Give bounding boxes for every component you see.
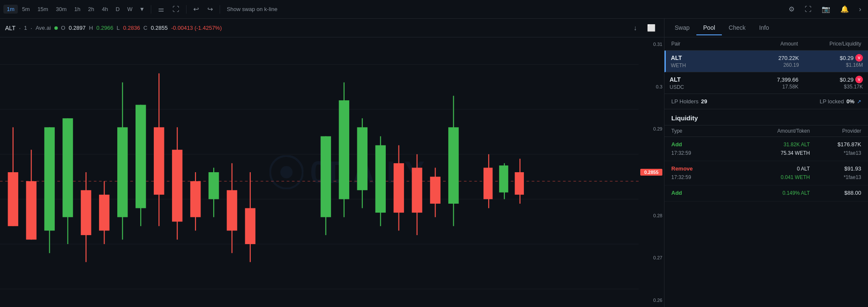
tf-btn-d[interactable]: D — [112, 5, 123, 14]
liq-row-1[interactable]: Remove 0 ALT $91.93 17:32:59 0.041 WETH … — [664, 161, 868, 185]
undo-icon[interactable]: ↩ — [190, 3, 202, 15]
indicator-icon[interactable]: ⚌ — [155, 3, 167, 15]
liquidity-table-header: Type Amount/Token Provider — [664, 125, 868, 137]
external-link-icon[interactable]: ↗ — [857, 99, 861, 105]
svg-rect-46 — [393, 163, 404, 213]
sep2 — [186, 5, 187, 14]
ohlc-c-label: C — [144, 25, 147, 31]
pool-price-1: $0.29 V — [798, 76, 863, 83]
pool-amount-1: 7,399.66 — [734, 77, 799, 83]
tab-check[interactable]: Check — [722, 21, 752, 35]
liq-row-0-line1: Add 31.82K ALT $176.87K — [671, 140, 861, 149]
timeframe-dropdown[interactable]: ▼ — [137, 5, 147, 14]
current-price-label: 0.2855 — [640, 169, 662, 176]
price-level-028: 0.28 — [640, 213, 662, 218]
tf-btn-4h[interactable]: 4h — [99, 5, 111, 14]
lp-locked-item: LP locked 0% ↗ — [820, 98, 861, 105]
symbol-dot: · — [19, 25, 21, 31]
liq-total-0: $176.87K — [810, 140, 861, 149]
tf-btn-w[interactable]: W — [124, 5, 136, 14]
svg-rect-58 — [515, 172, 524, 195]
liq-amount-2-1: 0.149% ALT — [733, 189, 810, 197]
liq-row-1-line2: 17:32:59 0.041 WETH *1fae13 — [671, 173, 861, 182]
notification-icon[interactable]: 🔔 — [837, 3, 852, 15]
screenshot-icon[interactable]: 📷 — [818, 3, 834, 15]
show-swap-label: Show swap on k-line — [223, 6, 281, 12]
download-icon[interactable]: ↓ — [630, 23, 640, 34]
pool-liq-1: $35.17K — [798, 84, 863, 90]
liq-row-2-line1: Add 0.149% ALT $88.00 — [671, 189, 861, 198]
ohlc-l-label: L — [117, 25, 120, 31]
liquidity-header: Liquidity — [664, 109, 868, 125]
svg-rect-34 — [227, 190, 237, 230]
liq-total-1: $91.93 — [810, 165, 861, 173]
pool-content: Pair Amount Price/Liquidity ALT 270.22K … — [664, 37, 868, 307]
svg-rect-50 — [430, 177, 441, 204]
timeframe-selector: 1m 5m 15m 30m 1h 2h 4h D W ▼ — [3, 5, 147, 14]
price-level-029: 0.29 — [640, 126, 662, 131]
pool-amount-0: 270.22K — [735, 55, 799, 61]
header-pair: Pair — [671, 41, 735, 47]
settings-icon[interactable]: ⚙ — [785, 3, 798, 15]
liq-time-0: 17:32:59 — [671, 149, 733, 157]
pool-amount-1-sub: 17.58K — [734, 84, 799, 90]
pool-row-1[interactable]: ALT 7,399.66 $0.29 V USDC 17.58K $35.17K — [664, 72, 868, 94]
pool-price-0: $0.29 V — [799, 54, 863, 62]
tab-pool[interactable]: Pool — [696, 21, 722, 35]
tf-btn-1h[interactable]: 1h — [71, 5, 84, 14]
sep3 — [220, 5, 220, 14]
liq-row-0[interactable]: Add 31.82K ALT $176.87K 17:32:59 75.34 W… — [664, 137, 868, 161]
symbol-dot2: · — [31, 25, 32, 31]
svg-rect-22 — [117, 127, 128, 217]
candles-container — [0, 37, 639, 307]
liq-provider-1: *1fae13 — [810, 173, 861, 182]
crosshair-icon[interactable]: ⛶ — [169, 4, 183, 15]
liq-amount-0-2: 75.34 WETH — [733, 149, 810, 157]
ohlc-o-val: 0.2897 — [69, 25, 86, 31]
expand-icon[interactable]: ⬜ — [644, 22, 659, 34]
tab-info[interactable]: Info — [752, 21, 776, 35]
liq-amount-1-1: 0 ALT — [733, 165, 810, 173]
svg-rect-44 — [375, 145, 386, 213]
pool-row-0-bottom: WETH 260.19 $1.16M — [671, 62, 863, 68]
liq-row-2[interactable]: Add 0.149% ALT $88.00 — [664, 185, 868, 202]
tab-swap[interactable]: Swap — [668, 21, 696, 35]
tf-btn-15m[interactable]: 15m — [34, 5, 51, 14]
liq-type-1: Remove — [671, 165, 733, 173]
tf-btn-5m[interactable]: 5m — [19, 5, 33, 14]
liq-time-1: 17:32:59 — [671, 173, 733, 182]
more-icon[interactable]: › — [856, 4, 865, 15]
pool-row-1-bottom: USDC 17.58K $35.17K — [670, 83, 863, 90]
toolbar: 1m 5m 15m 30m 1h 2h 4h D W ▼ ⚌ ⛶ ↩ ↪ Sho… — [0, 0, 868, 19]
liq-type-0: Add — [671, 140, 733, 149]
lp-holders-value: 29 — [701, 98, 707, 105]
price-level-027: 0.27 — [640, 255, 662, 260]
pool-row-0[interactable]: ALT 270.22K $0.29 V WETH 260.19 $1.16M — [664, 51, 868, 72]
fullscreen-icon[interactable]: ⛶ — [801, 4, 815, 15]
symbol-bar-right: ↓ ⬜ — [630, 22, 659, 34]
live-dot — [54, 26, 58, 30]
svg-rect-10 — [8, 172, 18, 226]
tf-btn-1m[interactable]: 1m — [3, 5, 18, 14]
liq-provider-0: *1fae13 — [810, 149, 861, 157]
liq-header-type: Type — [671, 128, 733, 134]
dex-badge-0: V — [855, 54, 863, 62]
price-axis: 0.31 0.3 0.29 0.2855 0.28 0.27 0.26 — [639, 37, 664, 307]
tf-btn-2h[interactable]: 2h — [85, 5, 97, 14]
chart-canvas[interactable]: 0DAILY — [0, 37, 664, 307]
panel-tabs: Swap Pool Check Info — [664, 19, 868, 37]
ohlc-l-val: 0.2836 — [123, 25, 140, 31]
redo-icon[interactable]: ↪ — [204, 3, 216, 15]
symbol-interval: 1 — [24, 25, 27, 31]
lp-holders-item: LP Holders 29 — [671, 98, 707, 105]
header-amount: Amount — [735, 41, 798, 47]
pool-pair-0-sub: WETH — [671, 63, 735, 68]
pool-amount-0-sub: 260.19 — [735, 62, 799, 68]
pool-table-header: Pair Amount Price/Liquidity — [664, 37, 868, 51]
svg-rect-42 — [357, 127, 368, 190]
svg-rect-16 — [62, 118, 73, 217]
lp-info-row: LP Holders 29 LP locked 0% ↗ — [664, 94, 868, 109]
tf-btn-30m[interactable]: 30m — [52, 5, 70, 14]
sep1 — [151, 5, 151, 14]
pool-pair-1-sub: USDC — [670, 84, 734, 90]
